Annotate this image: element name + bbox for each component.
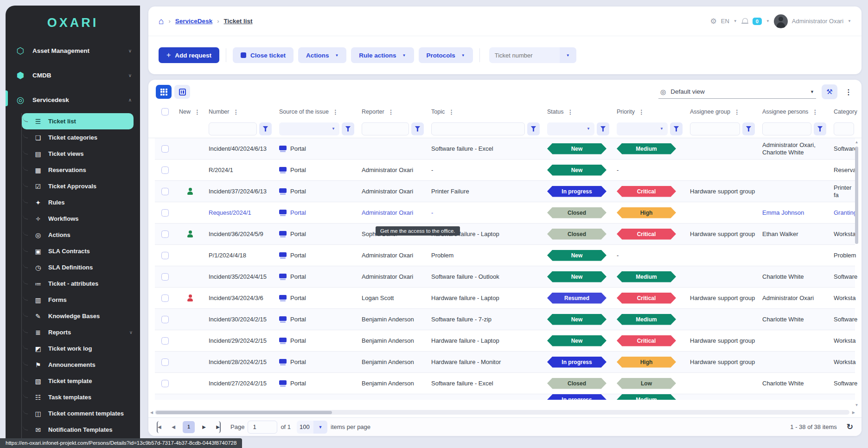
ticket-number-link[interactable]: Incident/34/2024/3/6 [209,294,263,301]
column-menu-kebab-icon[interactable]: ⋮ [734,109,740,115]
filter-input-assignee_group[interactable] [690,122,740,135]
items-per-page-value[interactable]: 100 [297,421,313,434]
ticket-number-link[interactable]: Incident/29/2024/2/15 [209,337,267,344]
table-row[interactable]: Incident/37/2024/6/13PortalAdministrator… [155,181,855,202]
column-menu-kebab-icon[interactable]: ⋮ [332,109,338,115]
row-checkbox[interactable] [161,230,169,238]
sidebar-item-sla-definitions[interactable]: ◷SLA Definitions [22,259,140,275]
filter-funnel-button[interactable] [597,122,609,135]
avatar[interactable] [774,14,788,28]
table-row[interactable]: R/2024/1PortalAdministrator Oxari-New-Re… [155,160,855,181]
sidebar-item-ticket-categories[interactable]: ❏Ticket categories [22,129,140,146]
sidebar-item-ticket-template[interactable]: ▧Ticket template [22,373,140,389]
horizontal-scrollbar-thumb[interactable] [156,411,332,414]
hscroll-right-arrow[interactable]: ▶ [852,410,855,415]
column-view-button[interactable] [174,85,190,99]
sidebar-item-task-templates[interactable]: ☷Task templates [22,389,140,405]
sidebar-item-reservations[interactable]: ▦Reservations [22,162,140,178]
current-page-button[interactable]: 1 [183,421,195,433]
sidebar-item-forms[interactable]: ▥Forms [22,292,140,308]
ticket-number-link[interactable]: Request/2024/1 [209,209,251,216]
sidebar-item-cmdb[interactable]: ⬢CMDB∨ [6,63,140,88]
table-row[interactable]: Incident/40/2024/6/13PortalSoftware fail… [155,138,855,160]
filter-funnel-button[interactable] [527,122,540,135]
ticket-number-link[interactable]: Incident/27/2024/2/15 [209,380,267,387]
sidebar-item-notification-templates[interactable]: ✉Notification Templates [22,422,140,438]
row-checkbox[interactable] [161,337,169,345]
column-menu-kebab-icon[interactable]: ⋮ [194,109,200,115]
table-row[interactable]: Incident/27/2024/2/15PortalBenjamin Ande… [155,373,855,394]
settings-gear-icon[interactable]: ⚙ [710,17,716,26]
close-ticket-button[interactable]: Close ticket [233,47,294,63]
ticket-number-input[interactable] [489,47,560,63]
sidebar-item-announcements[interactable]: ⚑Announcements [22,357,140,373]
user-name[interactable]: Administrator Oxari [792,18,843,25]
grid-view-button[interactable] [156,85,172,99]
ticket-number-dropdown[interactable]: ▼ [560,47,576,63]
items-per-page-dropdown[interactable]: ▼ [313,421,327,434]
filter-funnel-button[interactable] [342,122,354,135]
ticket-number-link[interactable]: R/2024/1 [209,166,233,173]
row-checkbox[interactable] [161,166,169,174]
column-menu-kebab-icon[interactable]: ⋮ [388,109,394,115]
ticket-number-link[interactable]: Incident/40/2024/6/13 [209,145,267,152]
home-icon[interactable]: ⌂ [159,17,164,26]
table-row[interactable]: Incident/30/2024/2/15PortalBenjamin Ande… [155,309,855,330]
breadcrumb-servicedesk[interactable]: ServiceDesk [175,18,212,25]
actions-button[interactable]: Actions ▼ [298,47,346,63]
sidebar-item-ticket-list[interactable]: ☰Ticket list [22,113,134,129]
ticket-number-link[interactable]: Incident/30/2024/2/15 [209,316,267,323]
filter-select-priority[interactable]: ▼ [617,122,668,135]
row-checkbox[interactable] [161,273,169,281]
rule-actions-button[interactable]: Rule actions ▼ [351,47,414,63]
view-selector[interactable]: ◎ Default view ▼ [658,85,816,99]
filter-select-source[interactable]: ▼ [279,122,339,135]
select-all-checkbox[interactable] [161,108,169,115]
table-row[interactable]: Incident/34/2024/3/6PortalLogan ScottHar… [155,288,855,309]
filter-input-assignee_persons[interactable] [762,122,811,135]
breadcrumb-ticket-list[interactable]: Ticket list [224,18,253,25]
table-row[interactable]: Incident/29/2024/2/15PortalBenjamin Ande… [155,330,855,352]
column-menu-kebab-icon[interactable]: ⋮ [233,109,239,115]
notifications-bell-icon[interactable] [741,18,748,24]
table-row[interactable]: In progressMedium [155,394,855,400]
sidebar-item-ticket-views[interactable]: ▤Ticket views [22,146,140,162]
horizontal-scrollbar[interactable] [155,410,849,415]
protocols-button[interactable]: Protocols ▼ [419,47,473,63]
prev-page-button[interactable]: ◀ [167,421,179,433]
assignee-person-name[interactable]: Emma Johnson [762,209,804,216]
configure-view-button[interactable]: ⚒ [822,84,837,99]
vertical-scrollbar[interactable]: ▲ ▼ [854,140,859,407]
vscroll-down-arrow[interactable]: ▼ [854,403,859,407]
filter-funnel-button[interactable] [259,122,272,135]
vertical-scrollbar-thumb[interactable] [855,147,858,244]
row-checkbox[interactable] [161,380,169,387]
sidebar-item-knowledge-bases[interactable]: ✎Knowledge Bases [22,308,140,324]
filter-funnel-button[interactable] [814,122,826,135]
column-menu-kebab-icon[interactable]: ⋮ [638,109,645,115]
sidebar-item-sla-contracts[interactable]: ▣SLA Contracts [22,243,140,259]
add-request-button[interactable]: + Add request [159,47,219,63]
refresh-icon[interactable]: ↻ [847,422,853,432]
table-row[interactable]: Incident/35/2024/4/15PortalAdministrator… [155,266,855,288]
filter-funnel-button[interactable] [411,122,424,135]
ticket-number-link[interactable]: Incident/36/2024/5/9 [209,230,263,237]
sidebar-item-rules[interactable]: ✦Rules [22,194,140,211]
hscroll-left-arrow[interactable]: ◀ [150,410,153,415]
filter-funnel-button[interactable] [742,122,755,135]
row-checkbox[interactable] [161,145,169,153]
sidebar-item-servicedesk[interactable]: ◎Servicedesk∧ [6,88,140,112]
next-page-button[interactable]: ▶ [198,421,210,433]
table-row[interactable]: Incident/28/2024/2/15PortalBenjamin Ande… [155,352,855,373]
vscroll-up-arrow[interactable]: ▲ [854,140,859,144]
table-menu-kebab-icon[interactable]: ⋮ [843,88,854,96]
page-number-input[interactable] [248,421,277,434]
notification-count-badge[interactable]: 0 [753,18,762,25]
sidebar-item-workflows[interactable]: ✧Workflows [22,211,140,227]
row-checkbox[interactable] [161,358,169,366]
filter-funnel-button[interactable] [670,122,683,135]
sidebar-item-ticket-approvals[interactable]: ☑Ticket Approvals [22,178,140,194]
ticket-number-link[interactable]: P/1/2024/4/18 [209,252,246,259]
table-row[interactable]: Request/2024/1PortalAdministrator Oxari-… [155,202,855,224]
first-page-button[interactable]: ◀ [157,421,164,433]
